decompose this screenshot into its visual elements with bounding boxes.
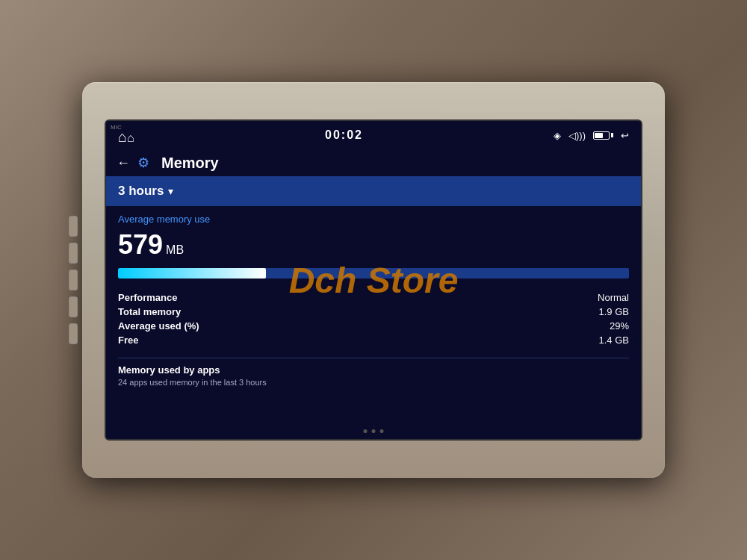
device-outer: MIC ⌂ 00:02 ◈ ◁))) ↩ — [82, 82, 665, 478]
home-icon[interactable]: ⌂ — [118, 128, 134, 142]
filter-dropdown-arrow[interactable]: ▾ — [168, 185, 173, 197]
back-button[interactable]: ← — [117, 155, 130, 171]
status-icons: ◈ ◁))) ↩ — [554, 130, 629, 141]
battery-body — [593, 131, 610, 140]
battery-fill — [595, 133, 603, 138]
dot-1 — [364, 429, 368, 433]
stat-label-total-memory: Total memory — [118, 306, 181, 317]
apps-section-title: Memory used by apps — [118, 364, 629, 376]
dot-3 — [380, 429, 384, 433]
device-screen: MIC ⌂ 00:02 ◈ ◁))) ↩ — [105, 119, 642, 441]
memory-unit: MB — [166, 243, 184, 257]
battery-tip — [611, 133, 613, 137]
side-button-vol-down[interactable] — [69, 323, 78, 344]
volume-icon: ◁))) — [568, 130, 586, 141]
table-row: Free 1.4 GB — [118, 333, 629, 347]
filter-bar[interactable]: 3 hours ▾ — [106, 176, 641, 206]
clock-display: 00:02 — [325, 128, 363, 142]
dot-2 — [372, 429, 376, 433]
back-icon[interactable]: ↩ — [621, 130, 629, 141]
stat-label-avg-used: Average used (%) — [118, 320, 199, 332]
side-button-back[interactable] — [69, 270, 78, 290]
stat-label-performance: Performance — [118, 292, 177, 303]
location-icon: ◈ — [554, 130, 561, 141]
main-content: Average memory use 579 MB Performance No… — [106, 206, 641, 394]
memory-value-row: 579 MB — [118, 229, 629, 261]
stat-label-free: Free — [118, 335, 138, 346]
table-row: Performance Normal — [118, 290, 629, 305]
page-title: Memory — [161, 155, 219, 172]
stat-value-free: 1.4 GB — [599, 335, 629, 346]
memory-number: 579 — [118, 229, 163, 261]
stat-value-avg-used: 29% — [610, 320, 629, 332]
memory-progress-bar — [118, 268, 629, 279]
status-bar: ⌂ 00:02 ◈ ◁))) ↩ — [106, 121, 641, 149]
time-filter-label: 3 hours — [118, 184, 164, 199]
apps-section-subtitle: 24 apps used memory in the last 3 hours — [118, 378, 629, 387]
side-button-power[interactable] — [69, 216, 78, 237]
table-row: Average used (%) 29% — [118, 319, 629, 333]
top-bar-left: ⌂ — [118, 128, 134, 142]
memory-progress-fill — [118, 268, 266, 279]
side-button-home[interactable] — [69, 243, 78, 264]
bottom-dots — [364, 429, 384, 433]
settings-gear-icon: ⚙ — [137, 155, 154, 171]
table-row: Total memory 1.9 GB — [118, 305, 629, 319]
apps-section: Memory used by apps 24 apps used memory … — [118, 358, 629, 387]
stat-value-performance: Normal — [598, 292, 629, 303]
stats-table: Performance Normal Total memory 1.9 GB A… — [118, 290, 629, 347]
battery-icon — [593, 131, 613, 140]
nav-row: ← ⚙ Memory — [106, 149, 641, 176]
side-button-vol-up[interactable] — [69, 296, 78, 317]
side-buttons — [69, 216, 78, 344]
avg-memory-label: Average memory use — [118, 214, 629, 225]
android-screen: MIC ⌂ 00:02 ◈ ◁))) ↩ — [106, 121, 641, 439]
stat-value-total-memory: 1.9 GB — [599, 306, 629, 317]
